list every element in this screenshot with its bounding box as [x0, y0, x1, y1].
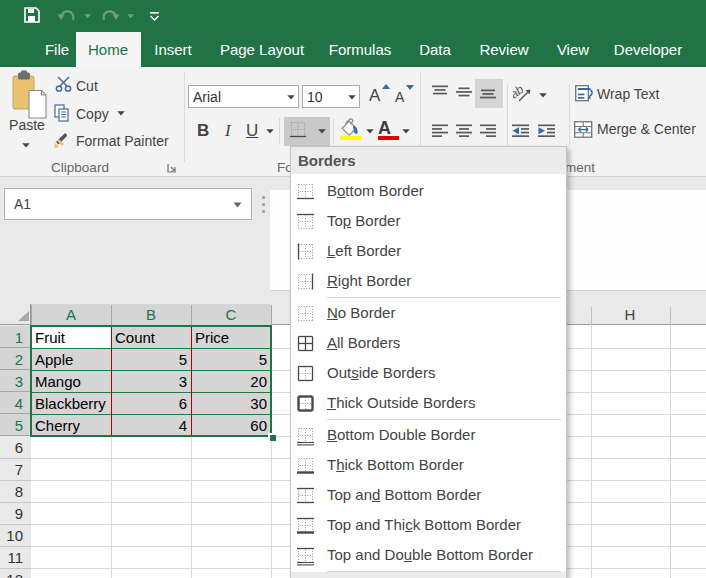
svg-text:ab: ab	[513, 84, 527, 101]
